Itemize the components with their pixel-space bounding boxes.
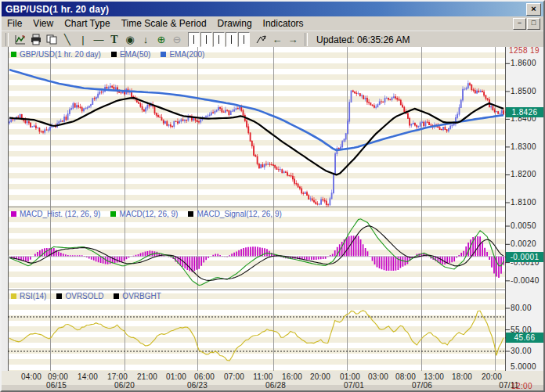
macd-line xyxy=(9,219,503,286)
legend-swatch xyxy=(11,293,16,299)
vertical-line-icon[interactable]: | xyxy=(75,33,91,47)
time-label: 17:00 xyxy=(107,372,128,381)
ytick-label: 1.8600 xyxy=(511,59,536,67)
legend-swatch xyxy=(111,52,117,57)
bar-style-group xyxy=(188,32,251,47)
menu-chart-type[interactable]: Chart Type xyxy=(59,17,115,30)
legend-label: MACD_Signal(12, 26, 9) xyxy=(197,210,281,218)
app-window: GBP/USD(1 hr. 20 day) × FileViewChart Ty… xyxy=(0,0,545,392)
legend-label: EMA(50) xyxy=(120,50,150,59)
menu-view[interactable]: View xyxy=(27,17,59,30)
axis-ticks xyxy=(32,63,511,375)
ytick-label: 1.8200 xyxy=(511,170,536,178)
time-label: 09:00 xyxy=(48,372,68,381)
legend-item: GBP/USD(1 hr. 20 day) xyxy=(11,50,101,59)
date-label: 06/28 xyxy=(265,381,286,390)
bar-style-button-1[interactable] xyxy=(188,32,200,47)
zoom-in-icon[interactable]: ⊕ xyxy=(153,33,169,47)
time-label: 13:00 xyxy=(424,372,444,381)
legend-label: GBP/USD(1 hr. 20 day) xyxy=(20,50,101,59)
rsi-line xyxy=(9,311,503,361)
legend-item: RSI(14) xyxy=(11,292,46,300)
time-label: 11:00 xyxy=(253,372,272,381)
menu-drawing[interactable]: Drawing xyxy=(212,17,258,30)
restore-button[interactable]: □ xyxy=(527,18,540,30)
current-value-badge: -0.0001 xyxy=(506,252,543,262)
vertical-gridlines xyxy=(51,47,496,371)
time-label: 01:00 xyxy=(340,372,360,381)
time-label: 08:00 xyxy=(395,372,416,381)
time-label: 04:00 xyxy=(21,372,42,381)
time-label: 20:00 xyxy=(310,372,330,381)
legend-item: EMA(50) xyxy=(111,50,150,59)
time-label: 03:00 xyxy=(368,372,388,381)
window-title: GBP/USD(1 hr. 20 day) xyxy=(2,4,109,15)
legend-swatch xyxy=(161,52,166,57)
overbought-oversold-lines xyxy=(8,317,505,351)
arrow-right-icon[interactable]: → xyxy=(285,33,301,47)
copy-icon[interactable] xyxy=(44,33,60,47)
time-label: 14:00 xyxy=(78,372,98,381)
menu-indicators[interactable]: Indicators xyxy=(258,17,309,30)
mdi-buttons: − □ xyxy=(512,18,540,30)
zoom-out-icon[interactable]: ⊖ xyxy=(169,33,185,47)
point-tool-icon[interactable]: ◉ xyxy=(122,33,138,47)
trendline-icon[interactable]: ╲ xyxy=(60,33,75,47)
chart-icon[interactable] xyxy=(13,33,28,47)
legend-label: OVRBGHT xyxy=(122,292,161,300)
minimize-button[interactable]: − xyxy=(513,18,526,30)
ytick-label: 80.00 xyxy=(511,304,532,312)
date-label: 06/20 xyxy=(114,381,135,390)
ytick-label: 30.00 xyxy=(511,347,532,355)
legend-label: EMA(200) xyxy=(169,50,204,59)
ytick-label: 1.8500 xyxy=(511,87,536,95)
menu-file[interactable]: File xyxy=(2,17,27,30)
legend-macd: MACD_Hist. (12, 26, 9)MACD(12, 26, 9)MAC… xyxy=(11,210,292,218)
legend-swatch xyxy=(188,211,193,217)
legend-swatch xyxy=(110,211,116,217)
legend-item: OVRSOLD xyxy=(56,292,103,300)
bar-style-button-2[interactable] xyxy=(200,32,212,47)
legend-item: EMA(200) xyxy=(161,50,204,59)
menu-time-scale-period[interactable]: Time Scale & Period xyxy=(116,17,212,30)
time-label: 06:00 xyxy=(194,372,215,381)
time-label: 16:00 xyxy=(282,372,302,381)
legend-label: RSI(14) xyxy=(20,292,46,300)
bar-style-button-3[interactable] xyxy=(213,32,225,47)
legend-item: MACD_Hist. (12, 26, 9) xyxy=(11,210,100,218)
print-icon[interactable] xyxy=(28,33,44,47)
legend-rsi: RSI(14)OVRSOLDOVRBGHT xyxy=(11,292,171,300)
date-label: 07/01 xyxy=(344,381,364,390)
title-bar[interactable]: GBP/USD(1 hr. 20 day) × xyxy=(2,2,543,16)
time-label: 01:00 xyxy=(166,372,186,381)
ytick-label: 0.0050 xyxy=(511,221,536,230)
ytick-label: 0.0020 xyxy=(511,239,536,248)
arrow-left-icon[interactable]: ← xyxy=(269,33,285,47)
time-label: 21:00 xyxy=(137,372,157,381)
legend-swatch xyxy=(11,52,16,57)
up-candle-bodies xyxy=(9,83,502,205)
bar-style-button-4[interactable] xyxy=(226,32,237,47)
macd-signal-line xyxy=(9,226,503,281)
toolbar-separator xyxy=(305,33,308,46)
legend-item: MACD(12, 26, 9) xyxy=(110,210,178,218)
ytick-label: 1.8100 xyxy=(511,198,536,207)
legend-label: MACD(12, 26, 9) xyxy=(119,210,178,218)
current-value-badge: 45.66 xyxy=(506,333,543,343)
legend-swatch xyxy=(114,293,119,299)
legend-label: OVRSOLD xyxy=(65,292,103,300)
time-label: 20:00 xyxy=(482,372,502,381)
date-label: 06/23 xyxy=(187,381,208,390)
legend-swatch xyxy=(56,293,62,299)
bar-style-button-5[interactable] xyxy=(238,32,250,47)
date-label: 06/15 xyxy=(46,381,67,390)
legend-item: MACD_Signal(12, 26, 9) xyxy=(188,210,281,218)
horizontal-line-icon[interactable]: — xyxy=(91,33,106,47)
close-button[interactable]: × xyxy=(526,3,541,16)
freehand-line-icon[interactable] xyxy=(254,33,269,47)
arrow-down-icon[interactable]: ↓ xyxy=(138,33,153,47)
pane-separators xyxy=(8,207,505,290)
ytick-label: -0.0040 xyxy=(511,276,540,285)
text-tool-icon[interactable]: T xyxy=(106,33,122,47)
toolbar: ╲|—T◉↓⊕⊖←→Updated: 06:35:26 AM xyxy=(2,31,543,48)
